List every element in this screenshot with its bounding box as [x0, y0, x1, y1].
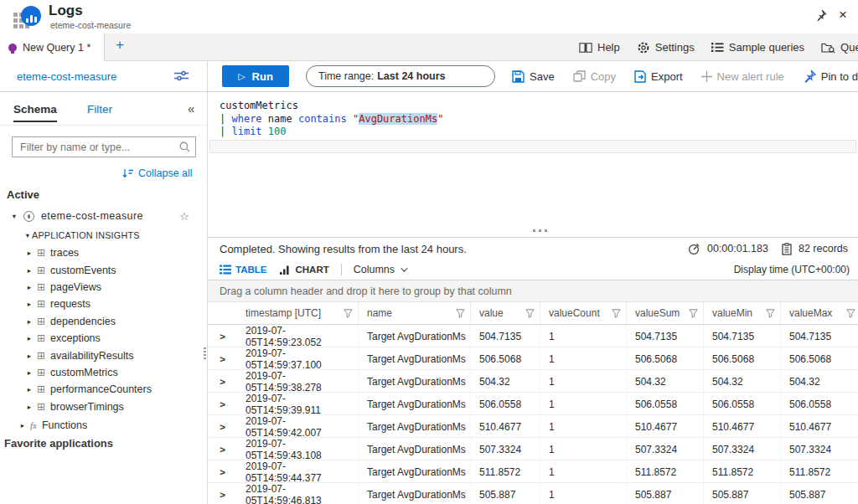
tree-group-application-insights[interactable]: ▾ APPLICATION INSIGHTS: [0, 226, 208, 244]
column-header-valueSum[interactable]: valueSum: [627, 302, 704, 324]
schema-table-performanceCounters[interactable]: ▸ ⊞ performanceCounters: [0, 381, 208, 398]
schema-table-browserTimings[interactable]: ▸ ⊞ browserTimings: [0, 399, 208, 415]
schema-functions[interactable]: ▸ fx Functions: [0, 415, 208, 435]
query-status: Completed. Showing results from the last…: [220, 243, 467, 255]
row-expander-icon[interactable]: >: [208, 483, 237, 504]
filter-icon[interactable]: [525, 309, 535, 318]
close-icon[interactable]: ×: [835, 7, 851, 23]
chevron-down-icon[interactable]: ▾: [23, 231, 32, 239]
row-expander-icon[interactable]: >: [208, 415, 237, 439]
column-header-valueCount[interactable]: valueCount: [540, 302, 627, 324]
chevron-right-icon[interactable]: ▸: [18, 421, 27, 429]
tab-new-query-1[interactable]: New Query 1 *: [0, 33, 105, 61]
chevron-right-icon[interactable]: ▸: [25, 385, 34, 393]
results-panel: Completed. Showing results from the last…: [208, 237, 858, 504]
table-row[interactable]: > 2019-07-05T14:59:46.813 Target AvgDura…: [208, 483, 858, 504]
schema-table-dependencies[interactable]: ▸ ⊞ dependencies: [0, 313, 208, 330]
view-chart-button[interactable]: CHART: [273, 265, 335, 275]
help-button[interactable]: Help: [571, 41, 628, 54]
sidebar-tabs: Schema Filter «: [0, 100, 208, 126]
schema-table-customMetrics[interactable]: ▸ ⊞ customMetrics: [0, 364, 208, 381]
table-row[interactable]: > 2019-07-05T14:59:39.911 Target AvgDura…: [208, 393, 858, 415]
sidebar-resize-grip[interactable]: [204, 347, 206, 359]
row-expander-icon[interactable]: >: [208, 460, 237, 484]
chevron-right-icon[interactable]: ▸: [25, 334, 34, 342]
chevron-right-icon[interactable]: ▸: [25, 283, 34, 291]
collapse-all-button[interactable]: Collapse all: [122, 167, 193, 179]
chevron-right-icon[interactable]: ▸: [25, 403, 34, 411]
tab-schema[interactable]: Schema: [13, 103, 57, 122]
chevron-right-icon[interactable]: ▸: [25, 300, 34, 308]
copy-icon: [573, 70, 586, 82]
chevron-right-icon[interactable]: ▸: [25, 352, 34, 360]
table-icon: ⊞: [37, 265, 45, 276]
settings-button[interactable]: Settings: [628, 41, 703, 54]
row-expander-icon[interactable]: >: [208, 393, 237, 416]
table-row[interactable]: > 2019-07-05T14:59:38.278 Target AvgDura…: [208, 370, 858, 393]
filter-icon[interactable]: [612, 309, 621, 318]
row-expander-icon[interactable]: >: [208, 438, 237, 461]
row-expander-icon[interactable]: >: [208, 347, 237, 371]
pin-blade-icon[interactable]: [813, 7, 830, 23]
columns-dropdown[interactable]: Columns: [347, 264, 412, 275]
chevron-right-icon[interactable]: ▸: [25, 317, 34, 326]
column-header-valueMax[interactable]: valueMax: [781, 302, 858, 324]
table-row[interactable]: > 2019-07-05T14:59:37.100 Target AvgDura…: [208, 347, 858, 370]
editor-current-line: [209, 140, 856, 153]
new-query-tab-button[interactable]: +: [116, 37, 124, 54]
table-row[interactable]: > 2019-07-05T14:59:44.377 Target AvgDura…: [208, 460, 858, 483]
sample-queries-button[interactable]: Sample queries: [703, 41, 813, 54]
scope-link[interactable]: eteme-cost-measure: [17, 61, 116, 91]
favorite-star-icon[interactable]: ☆: [179, 210, 189, 223]
filter-icon[interactable]: [344, 309, 353, 318]
table-row[interactable]: > 2019-07-05T14:59:43.108 Target AvgDura…: [208, 438, 858, 460]
run-button[interactable]: ▷ Run: [222, 65, 289, 87]
schema-table-traces[interactable]: ▸ ⊞ traces: [0, 244, 208, 261]
query-explorer-button[interactable]: Query explorer: [813, 41, 858, 54]
row-expander-icon[interactable]: >: [208, 325, 237, 348]
stopwatch-icon: [688, 243, 700, 255]
column-header-value[interactable]: value: [471, 302, 540, 324]
row-expander-icon[interactable]: >: [208, 370, 237, 393]
panel-splitter-handle[interactable]: [529, 229, 550, 234]
table-row[interactable]: > 2019-07-05T14:59:23.052 Target AvgDura…: [208, 325, 858, 347]
new-alert-rule-button[interactable]: New alert rule: [692, 70, 793, 83]
copy-button[interactable]: Copy: [564, 70, 625, 83]
schema-table-exceptions[interactable]: ▸ ⊞ exceptions: [0, 330, 208, 347]
column-header-valueMin[interactable]: valueMin: [704, 302, 781, 324]
column-header-timestamp[interactable]: timestamp [UTC]: [237, 302, 359, 324]
tab-filter[interactable]: Filter: [87, 103, 112, 116]
chevron-right-icon[interactable]: ▸: [25, 368, 34, 377]
time-range-picker[interactable]: Time range: Last 24 hours: [306, 65, 495, 87]
chevron-down-icon[interactable]: ▾: [10, 212, 18, 220]
filter-icon[interactable]: [846, 309, 855, 318]
schema-filter-input[interactable]: [12, 136, 196, 157]
query-editor[interactable]: customMetrics| where name contains "AvgD…: [208, 92, 858, 237]
query-toolbar: eteme-cost-measure ▷ Run Time range: Las…: [0, 61, 858, 92]
view-table-button[interactable]: TABLE: [213, 265, 273, 275]
export-button[interactable]: Export: [625, 70, 692, 83]
app-insights-icon: [23, 211, 34, 222]
chevron-down-icon: [401, 265, 407, 271]
chevron-right-icon[interactable]: ▸: [25, 266, 34, 275]
chevron-right-icon[interactable]: ▸: [25, 249, 34, 257]
group-by-drop-zone[interactable]: Drag a column header and drop it here to…: [208, 280, 858, 302]
column-header-name[interactable]: name: [359, 302, 471, 324]
table-row[interactable]: > 2019-07-05T14:59:42.007 Target AvgDura…: [208, 415, 858, 438]
table-icon: ⊞: [37, 367, 45, 378]
schema-table-requests[interactable]: ▸ ⊞ requests: [0, 296, 208, 312]
display-time-setting[interactable]: Display time (UTC+00:00): [734, 264, 850, 275]
save-button[interactable]: Save: [503, 70, 564, 83]
tree-app-eteme-cost-measure[interactable]: ▾ eteme-cost-measure ☆: [0, 206, 208, 226]
filter-icon[interactable]: [689, 309, 698, 318]
filter-icon[interactable]: [766, 309, 775, 318]
schema-table-availabilityResults[interactable]: ▸ ⊞ availabilityResults: [0, 347, 208, 363]
run-play-icon: ▷: [238, 71, 245, 82]
schema-table-pageViews[interactable]: ▸ ⊞ pageViews: [0, 279, 208, 296]
collapse-sidebar-icon[interactable]: «: [188, 101, 194, 116]
schema-table-customEvents[interactable]: ▸ ⊞ customEvents: [0, 261, 208, 278]
scope-settings-icon[interactable]: [174, 69, 189, 82]
filter-icon[interactable]: [456, 309, 465, 318]
pin-to-dashboard-button[interactable]: Pin to dashboard: [793, 69, 858, 83]
table-icon: ⊞: [37, 401, 45, 413]
